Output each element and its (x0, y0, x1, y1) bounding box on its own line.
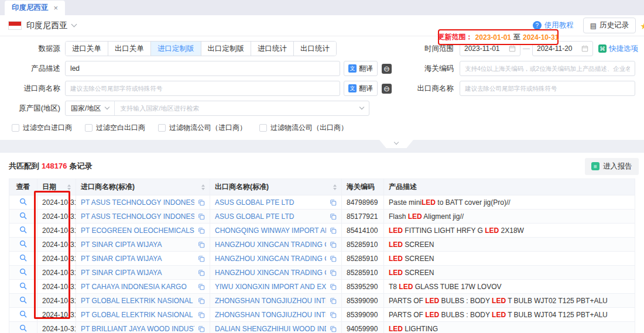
checkbox-icon[interactable] (12, 124, 19, 132)
copy-button[interactable] (330, 325, 337, 332)
exporter-name-link[interactable]: ZHONGSHAN TONGJIUZHOU INTERNA... (215, 311, 326, 319)
copy-button[interactable] (198, 283, 205, 290)
chevron-down-icon[interactable] (71, 22, 77, 28)
exclude-filter-icon[interactable]: ⊖ (382, 84, 392, 94)
data-source-tab[interactable]: 出口关单 (108, 42, 150, 56)
exporter-name-link[interactable]: HANGZHOU XINGCAN TRADING CO LTD (215, 241, 326, 249)
view-detail-button[interactable] (9, 252, 37, 266)
product-desc-cell: Paste miniLED to BATT cover jig(Pro)// (384, 195, 635, 210)
history-button[interactable]: ▤ 历史记录 (583, 18, 636, 33)
date-cell: 2024-10-31 (37, 280, 76, 294)
view-detail-button[interactable] (9, 195, 37, 210)
sort-icon[interactable] (333, 184, 337, 190)
exporter-name-link[interactable]: CHONGQING WINWAY IMPORT AND E... (215, 226, 326, 235)
filter-checkbox-row: 过滤空白进口商过滤空白出口商过滤物流公司（进口商）过滤物流公司（出口商） (12, 123, 635, 133)
checkbox-icon[interactable] (259, 124, 267, 132)
copy-icon (330, 241, 337, 248)
exporter-name-link[interactable]: ZHONGSHAN TONGJIUZHOU INTERNA... (215, 297, 326, 305)
highlighted-keyword: LED (389, 226, 403, 235)
data-source-tab[interactable]: 进口定制版 (150, 42, 201, 56)
view-detail-button[interactable] (9, 238, 37, 252)
exclude-filter-icon[interactable]: ⊖ (382, 64, 392, 74)
copy-button[interactable] (330, 213, 337, 220)
view-detail-button[interactable] (9, 210, 37, 224)
importer-name-link[interactable]: PT ASUS TECHNOLOGY INDONESIA BA... (81, 198, 194, 207)
copy-button[interactable] (198, 269, 205, 276)
copy-button[interactable] (330, 297, 337, 304)
view-detail-button[interactable] (9, 308, 37, 322)
magnifier-icon (19, 268, 27, 276)
importer-name-link[interactable]: PT GLOBAL ELEKTRIK NASIONAL (81, 311, 194, 319)
view-detail-button[interactable] (9, 294, 37, 308)
sort-icon[interactable] (67, 184, 71, 190)
date-cell: 2024-10-31 (37, 252, 76, 266)
importer-name-link[interactable]: PT SINAR CIPTA WIJAYA (81, 255, 194, 263)
copy-button[interactable] (330, 241, 337, 248)
panel-gap (0, 140, 644, 153)
importer-input[interactable] (65, 81, 340, 96)
magnifier-icon (19, 254, 27, 262)
data-source-tab[interactable]: 出口统计 (293, 42, 336, 56)
importer-cell: PT SINAR CIPTA WIJAYA (76, 238, 210, 252)
filter-checkbox[interactable]: 过滤空白出口商 (85, 123, 145, 133)
origin-select[interactable]: 国家/地区 (66, 101, 115, 115)
exporter-name-link[interactable]: DALIAN SHENGZHIHUI WOOD INDUST... (215, 325, 326, 333)
exporter-name-link[interactable]: ASUS GLOBAL PTE LTD (215, 198, 326, 207)
annotation-update-range: 更新范围：2023-01-01 至 2024-10-31 (438, 29, 559, 45)
copy-button[interactable] (330, 283, 337, 290)
copy-button[interactable] (198, 297, 205, 304)
copy-button[interactable] (330, 269, 337, 276)
origin-search-input[interactable]: 支持输入国家/地区进行检索 (115, 104, 360, 113)
importer-name-link[interactable]: PT SINAR CIPTA WIJAYA (81, 269, 194, 277)
column-header[interactable]: 出口商名称(标准) (210, 179, 342, 195)
column-header[interactable]: 进口商名称(标准) (76, 179, 210, 195)
country-tab[interactable]: 印度尼西亚 × (5, 1, 65, 15)
view-detail-button[interactable] (9, 280, 37, 294)
quick-options-button[interactable]: ⌘ 快捷选项 (598, 44, 638, 54)
view-detail-button[interactable] (9, 322, 37, 333)
data-source-tab[interactable]: 出口定制版 (201, 42, 251, 56)
copy-button[interactable] (330, 227, 337, 234)
view-detail-button[interactable] (9, 266, 37, 280)
copy-button[interactable] (198, 213, 205, 220)
exporter-name-link[interactable]: HANGZHOU XINGCAN TRADING CO LTD (215, 255, 326, 263)
importer-name-link[interactable]: PT GLOBAL ELEKTRIK NASIONAL (81, 297, 194, 305)
exporter-input[interactable] (460, 81, 635, 96)
importer-name-link[interactable]: PT BRILLIANT JAYA WOOD INDUSTRY (81, 325, 194, 333)
view-detail-button[interactable] (9, 224, 37, 238)
filter-checkbox[interactable]: 过滤物流公司（进口商） (158, 123, 246, 133)
copy-button[interactable] (198, 227, 205, 234)
copy-button[interactable] (198, 199, 205, 206)
translate-button[interactable]: 文 翻译 (344, 61, 378, 76)
checkbox-icon[interactable] (85, 124, 93, 132)
importer-name-link[interactable]: PT ECOGREEN OLEOCHEMICALS (81, 226, 194, 235)
collapse-panel-button[interactable] (379, 140, 413, 148)
filter-checkbox[interactable]: 过滤物流公司（出口商） (259, 123, 348, 133)
copy-button[interactable] (198, 255, 205, 262)
data-source-tab[interactable]: 进口统计 (251, 42, 293, 56)
copy-button[interactable] (330, 255, 337, 262)
highlighted-keyword: LED (389, 255, 403, 263)
favorite-star-icon[interactable]: ★ (640, 21, 644, 32)
data-source-tab[interactable]: 进口关单 (66, 42, 108, 56)
translate-button[interactable]: 文 翻译 (344, 81, 378, 96)
filter-checkbox[interactable]: 过滤空白进口商 (12, 123, 72, 133)
exporter-name-link[interactable]: HANGZHOU XINGCAN TRADING CO LTD (215, 269, 326, 277)
enter-report-button[interactable]: ≡ 进入报告 (585, 158, 639, 175)
hs-code-input[interactable] (460, 61, 635, 76)
sort-icon[interactable] (201, 184, 205, 190)
copy-button[interactable] (198, 241, 205, 248)
importer-name-link[interactable]: PT ASUS TECHNOLOGY INDONESIA BA... (81, 212, 194, 221)
checkbox-icon[interactable] (158, 124, 166, 132)
copy-button[interactable] (198, 311, 205, 318)
exporter-name-link[interactable]: YIWU XIONGXIN IMPORT AND EXPORT... (215, 283, 326, 291)
copy-button[interactable] (330, 311, 337, 318)
exporter-name-link[interactable]: ASUS GLOBAL PTE LTD (215, 212, 326, 221)
tab-close-icon[interactable]: × (54, 4, 59, 12)
importer-name-link[interactable]: PT SINAR CIPTA WIJAYA (81, 241, 194, 249)
column-header[interactable]: 日期 (37, 179, 76, 195)
copy-button[interactable] (330, 199, 337, 206)
copy-button[interactable] (198, 325, 205, 332)
importer-name-link[interactable]: PT CAHAYA INDONESIA KARGO (81, 283, 194, 291)
product-desc-input[interactable] (65, 61, 340, 76)
